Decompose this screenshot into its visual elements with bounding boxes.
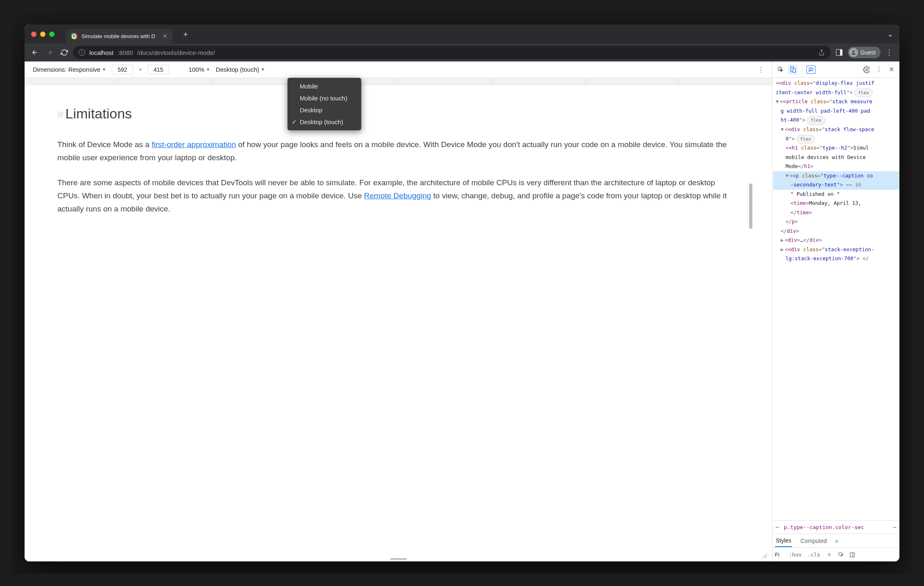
zoom-value: 100% (189, 66, 204, 73)
svg-point-4 (866, 68, 868, 70)
share-icon[interactable] (818, 49, 825, 56)
cls-button[interactable]: .cls (807, 552, 820, 558)
url-port: :8080 (118, 49, 133, 56)
styles-filter-input[interactable] (775, 552, 783, 558)
viewport-scrollbar[interactable] (750, 184, 752, 229)
device-type-option-mobile[interactable]: Mobile (288, 80, 361, 92)
computed-pane-icon[interactable] (849, 552, 855, 558)
url-host: localhost (89, 49, 113, 56)
device-ruler[interactable] (25, 78, 772, 85)
forward-button[interactable] (43, 46, 56, 59)
elements-panel[interactable]: <<div class="display-flex justif itent-c… (772, 78, 899, 520)
device-mode-pane: Dimensions: Responsive ▼ × 100% ▼ Deskto… (25, 61, 772, 561)
tab-computed[interactable]: Computed (799, 535, 828, 547)
breadcrumb[interactable]: ⋯ p.type--caption.color-sec ⋯ (772, 520, 899, 534)
toggle-device-toolbar-button[interactable] (788, 65, 798, 75)
device-type-option-mobile-no-touch[interactable]: Mobile (no touch) (288, 92, 361, 104)
dropdown-icon: ▼ (102, 67, 106, 72)
panel-icon (836, 49, 842, 56)
profile-button[interactable]: Guest (848, 47, 881, 58)
add-rule-button[interactable]: ＋ (826, 551, 832, 559)
dropdown-icon: ▼ (206, 67, 210, 72)
device-options-button[interactable]: ⋮ (758, 66, 764, 73)
zoom-select[interactable]: 100% ▼ (189, 66, 210, 73)
height-input[interactable] (148, 65, 169, 75)
back-button[interactable] (29, 46, 41, 59)
breadcrumb-next[interactable]: ⋯ (893, 524, 896, 530)
settings-button[interactable] (862, 65, 872, 75)
tabs-more[interactable]: » (835, 538, 838, 544)
svg-point-0 (852, 50, 854, 52)
svg-rect-3 (793, 68, 795, 72)
new-tab-button[interactable]: ＋ (180, 28, 191, 40)
chrome-favicon-icon (71, 33, 77, 39)
maximize-window-button[interactable] (49, 32, 54, 37)
first-order-approximation-link[interactable]: first-order approximation (152, 140, 236, 149)
tabs-menu-button[interactable]: ⌄ (888, 30, 893, 38)
breadcrumb-current[interactable]: p.type--caption.color-sec (784, 524, 888, 530)
device-type-option-desktop[interactable]: Desktop (288, 104, 361, 116)
minimize-window-button[interactable] (40, 32, 45, 37)
titlebar: Simulate mobile devices with D ✕ ＋ ⌄ (25, 25, 899, 43)
paragraph-1: Think of Device Mode as a first-order ap… (57, 138, 739, 165)
tab-styles[interactable]: Styles (775, 535, 792, 547)
devtools-close-button[interactable]: ✕ (886, 65, 896, 75)
hov-button[interactable]: :hov (789, 552, 802, 558)
browser-tab[interactable]: Simulate mobile devices with D ✕ (66, 29, 172, 43)
site-info-icon[interactable]: i (79, 49, 85, 56)
paragraph-2: There are some aspects of mobile devices… (57, 176, 739, 216)
devtools-toolbar: ⋮ ✕ (772, 61, 899, 78)
inspect-element-button[interactable] (776, 65, 786, 75)
devtools-pane: ⋮ ✕ <<div class="display-flex justif ite… (772, 61, 899, 561)
heading-text: Limitations (66, 106, 132, 121)
browser-window: Simulate mobile devices with D ✕ ＋ ⌄ i l… (25, 25, 899, 561)
corner-resize-handle[interactable] (761, 552, 768, 559)
page-heading: #Limitations (57, 106, 739, 122)
url-path: /docs/devtools/device-mode/ (137, 49, 215, 56)
svg-rect-6 (850, 552, 854, 557)
dropdown-icon: ▼ (261, 67, 265, 72)
device-viewport: #Limitations Think of Device Mode as a f… (25, 85, 772, 561)
device-type-select[interactable]: Desktop (touch) ▼ (216, 66, 265, 73)
reload-button[interactable] (58, 46, 70, 59)
profile-label: Guest (861, 49, 876, 56)
dimensions-label: Dimensions: Responsive (33, 66, 100, 73)
omnibox[interactable]: i localhost:8080/docs/devtools/device-mo… (73, 46, 831, 59)
device-type-option-desktop-touch[interactable]: Desktop (touch) (288, 116, 361, 128)
svg-rect-5 (838, 552, 842, 555)
dimension-x: × (139, 66, 142, 73)
styles-tabs: Styles Computed » (772, 534, 899, 547)
hash-icon: # (57, 108, 64, 121)
window-controls (31, 32, 54, 37)
body: Dimensions: Responsive ▼ × 100% ▼ Deskto… (25, 61, 899, 561)
viewport-resize-handle[interactable] (390, 558, 407, 560)
url-toolbar: i localhost:8080/docs/devtools/device-mo… (25, 43, 899, 61)
tab-title: Simulate mobile devices with D (82, 33, 155, 39)
browser-menu-button[interactable]: ⋮ (883, 48, 895, 57)
sidepanel-button[interactable] (833, 46, 845, 59)
remote-debugging-link[interactable]: Remote Debugging (364, 191, 431, 200)
messages-button[interactable] (806, 66, 815, 74)
breadcrumb-prev[interactable]: ⋯ (776, 524, 779, 530)
width-input[interactable] (112, 65, 133, 75)
close-window-button[interactable] (31, 32, 36, 37)
paint-icon[interactable] (838, 552, 844, 558)
device-toolbar: Dimensions: Responsive ▼ × 100% ▼ Deskto… (25, 61, 772, 78)
avatar-icon (849, 48, 858, 57)
devtools-menu-button[interactable]: ⋮ (874, 65, 884, 75)
dimensions-select[interactable]: Dimensions: Responsive ▼ (33, 66, 106, 73)
device-type-dropdown: Mobile Mobile (no touch) Desktop Desktop… (288, 78, 361, 130)
styles-toolbar: :hov .cls ＋ (772, 547, 899, 561)
device-type-value: Desktop (touch) (216, 66, 259, 73)
tab-close-button[interactable]: ✕ (163, 33, 168, 39)
page-content: #Limitations Think of Device Mode as a f… (57, 106, 739, 216)
